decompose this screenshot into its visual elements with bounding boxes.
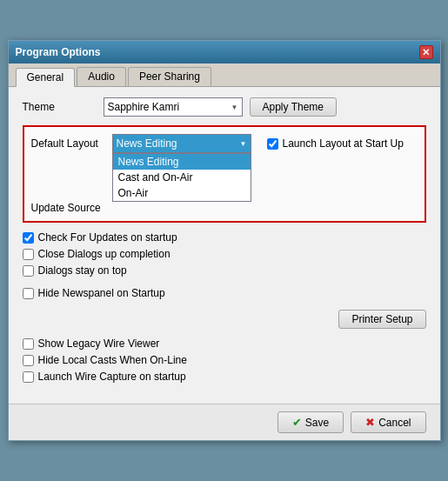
show-legacy-wire-label[interactable]: Show Legacy Wire Viewer [23, 337, 426, 350]
cancel-x-icon: ✖ [365, 416, 375, 429]
cancel-button[interactable]: ✖ Cancel [351, 411, 425, 433]
theme-label: Theme [23, 101, 97, 113]
printer-row: Printer Setup [23, 310, 426, 329]
layout-section: Default Layout News Editing ▼ News Editi… [23, 125, 426, 223]
tab-peer-sharing[interactable]: Peer Sharing [128, 67, 211, 86]
launch-wire-capture-label[interactable]: Launch Wire Capture on startup [23, 371, 426, 383]
dropdown-selected[interactable]: News Editing ▼ [112, 134, 251, 153]
footer: ✔ Save ✖ Cancel [9, 404, 440, 440]
layout-row: Default Layout News Editing ▼ News Editi… [31, 134, 418, 214]
tab-general[interactable]: General [16, 68, 76, 87]
theme-row: Theme Sapphire Kamri ▼ Apply Theme [23, 97, 426, 117]
theme-select-arrow: ▼ [231, 104, 238, 111]
content-area: Theme Sapphire Kamri ▼ Apply Theme Defau… [9, 87, 440, 404]
hide-local-casts-checkbox[interactable] [23, 355, 34, 366]
launch-layout-checkbox[interactable] [267, 138, 278, 150]
theme-select[interactable]: Sapphire Kamri ▼ [104, 97, 243, 117]
update-source-label: Update Source [31, 202, 105, 214]
close-button[interactable]: ✕ [419, 45, 433, 59]
launch-wire-capture-checkbox[interactable] [23, 371, 34, 383]
layout-left: Default Layout News Editing ▼ News Editi… [31, 134, 251, 214]
program-options-dialog: Program Options ✕ General Audio Peer Sha… [8, 40, 441, 441]
dialogs-stay-top-label[interactable]: Dialogs stay on top [23, 264, 426, 277]
close-dialogs-checkbox[interactable] [23, 249, 34, 260]
dialogs-stay-top-checkbox[interactable] [23, 265, 34, 277]
close-dialogs-label[interactable]: Close Dialogs up completion [23, 248, 426, 260]
dropdown-list: News Editing Cast and On-Air On-Air [112, 153, 251, 202]
check-updates-checkbox[interactable] [23, 232, 34, 244]
save-check-icon: ✔ [292, 416, 302, 429]
hide-newspanel-label[interactable]: Hide Newspanel on Startup [23, 287, 426, 299]
dropdown-arrow: ▼ [240, 140, 247, 148]
check-updates-label[interactable]: Check For Updates on startup [23, 231, 426, 244]
options-group-2: Hide Newspanel on Startup [23, 287, 426, 299]
dropdown-item-onair[interactable]: On-Air [113, 185, 251, 201]
layout-right: Launch Layout at Start Up [258, 134, 418, 150]
tab-audio[interactable]: Audio [77, 67, 126, 86]
options-group-3: Show Legacy Wire Viewer Hide Local Casts… [23, 337, 426, 383]
tab-bar: General Audio Peer Sharing [9, 63, 440, 87]
default-layout-label: Default Layout [31, 137, 105, 150]
save-button[interactable]: ✔ Save [277, 411, 344, 433]
options-group-1: Check For Updates on startup Close Dialo… [23, 231, 426, 277]
title-bar: Program Options ✕ [9, 41, 440, 63]
dropdown-item-cast[interactable]: Cast and On-Air [113, 170, 251, 185]
show-legacy-wire-checkbox[interactable] [23, 338, 34, 350]
launch-layout-checkbox-label[interactable]: Launch Layout at Start Up [267, 134, 418, 150]
hide-newspanel-checkbox[interactable] [23, 288, 34, 299]
dialog-title: Program Options [16, 46, 101, 58]
dropdown-item-news-editing[interactable]: News Editing [113, 154, 251, 170]
printer-setup-button[interactable]: Printer Setup [338, 310, 425, 329]
hide-local-casts-label[interactable]: Hide Local Casts When On-Line [23, 354, 426, 366]
default-layout-dropdown[interactable]: News Editing ▼ News Editing Cast and On-… [112, 134, 251, 153]
apply-theme-button[interactable]: Apply Theme [250, 97, 337, 117]
